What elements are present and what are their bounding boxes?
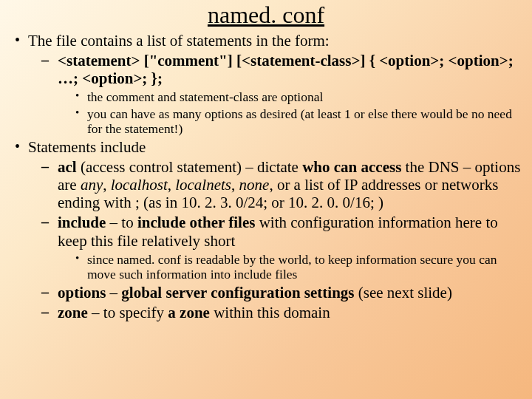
syntax-line: <statement> ["comment"] [<statement-clas… <box>41 52 526 136</box>
t: , <box>168 176 176 194</box>
t: localnets <box>175 176 231 194</box>
slide-content: The file contains a list of statements i… <box>6 32 526 321</box>
stmt-zone: zone – to specify a zone within this dom… <box>41 304 526 321</box>
t: , <box>103 176 111 194</box>
t: acl <box>58 158 77 176</box>
t: (access control statement) – dictate <box>77 158 303 176</box>
t: , <box>231 176 239 194</box>
t: – to specify <box>88 304 168 321</box>
slide-title: named. conf <box>6 1 526 29</box>
t: global server configuration settings <box>121 284 354 301</box>
t: any <box>81 176 103 194</box>
t: options <box>58 284 106 301</box>
t: none <box>239 176 270 194</box>
t: include other files <box>137 214 255 231</box>
t: – <box>106 284 121 301</box>
text: The file contains a list of statements i… <box>28 32 330 50</box>
bullet-statements: Statements include acl (access control s… <box>12 138 526 321</box>
sub-include-note: since named. conf is readable by the wor… <box>74 252 526 282</box>
stmt-include: include – to include other files with co… <box>41 214 526 282</box>
t: a zone <box>168 304 210 321</box>
t: include <box>58 214 106 231</box>
sub-optional: the comment and statement-class are opti… <box>74 89 526 104</box>
bullet-fileform: The file contains a list of statements i… <box>12 32 526 136</box>
syntax-text: <statement> ["comment"] [<statement-clas… <box>58 52 514 87</box>
stmt-options: options – global server configuration se… <box>41 284 526 301</box>
stmt-acl: acl (access control statement) – dictate… <box>41 158 526 211</box>
text: Statements include <box>28 138 146 156</box>
t: zone <box>58 304 88 321</box>
t: – to <box>106 214 137 231</box>
t: (see next slide) <box>355 284 452 301</box>
sub-many-options: you can have as many options as desired … <box>74 106 526 136</box>
t: localhost <box>111 176 168 194</box>
t: within this domain <box>210 304 330 321</box>
t: who can access <box>302 158 401 176</box>
